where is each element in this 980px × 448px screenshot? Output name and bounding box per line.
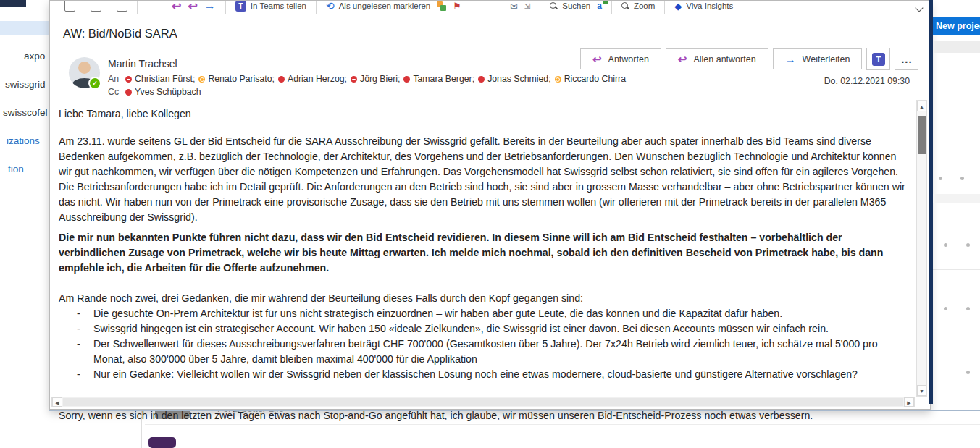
scroll-left-button[interactable]: ◀	[52, 397, 62, 407]
sidebar: axposwissgridswisscofelizationstion	[0, 42, 49, 183]
more-actions-button[interactable]: ...	[895, 48, 918, 70]
recipient-name[interactable]: Christian Fürst;	[135, 74, 195, 84]
background-dot	[944, 243, 947, 247]
translate-icon[interactable]: a	[597, 1, 602, 11]
mark-unread-icon: ⟲	[326, 1, 335, 12]
email-body: Liebe Tamara, liebe Kollegen Am 23.11. w…	[59, 106, 908, 423]
scroll-up-button[interactable]: ▲	[917, 101, 926, 111]
viva-insights-button[interactable]: ◆ Viva Insights	[674, 1, 733, 12]
more-icon: ...	[901, 56, 913, 63]
scroll-down-button[interactable]: ▼	[917, 385, 926, 396]
greeting: Liebe Tamara, liebe Kollegen	[59, 106, 908, 122]
sender-name[interactable]: Martin Trachsel	[108, 58, 177, 69]
reply-icon[interactable]: ↩	[172, 1, 181, 13]
background-row-line	[933, 324, 980, 324]
recipient-name[interactable]: Tamara Berger;	[413, 74, 474, 84]
forward-button[interactable]: → Weiterleiten	[773, 48, 863, 69]
share-to-teams-button[interactable]: T In Teams teilen	[235, 1, 306, 12]
mark-unread-button[interactable]: ⟲ Als ungelesen markieren	[326, 1, 430, 12]
divider	[540, 1, 540, 14]
dialog-launcher-icon[interactable]: ⇲	[524, 2, 530, 10]
background-row-separator	[933, 194, 980, 203]
paragraph: Am 23.11. wurde seitens GL der Bid Entsc…	[59, 134, 908, 225]
background-row-line	[933, 269, 980, 270]
popup-bottom-shadow	[49, 410, 980, 411]
divider	[137, 1, 138, 14]
recipient-name[interactable]: Jonas Schmied;	[487, 74, 551, 84]
sidebar-item[interactable]: swissgrid	[0, 70, 49, 98]
horizontal-scroll-thumb[interactable]	[63, 398, 903, 406]
recipient[interactable]: Jonas Schmied;	[477, 74, 551, 84]
reply-all-icon[interactable]: ↩	[188, 1, 197, 13]
message-date: Do. 02.12.2021 09:30	[824, 76, 910, 86]
sidebar-item[interactable]: tion	[0, 155, 49, 183]
zoom-button[interactable]: Zoom	[621, 1, 655, 10]
bullet-text: Der Schwellenwert für dieses Ausschreibu…	[93, 337, 908, 367]
recipient-name[interactable]: Riccardo Chirra	[564, 74, 626, 84]
sidebar-item[interactable]: izations	[0, 127, 49, 155]
vertical-scrollbar[interactable]: ▲ ▼	[916, 100, 927, 397]
sidebar-selected-row[interactable]	[0, 21, 49, 35]
delete-icon[interactable]	[64, 1, 75, 12]
background-panel-edge	[929, 0, 933, 404]
cc-label: Cc	[108, 87, 124, 97]
recipient[interactable]: Adrian Herzog;	[277, 74, 347, 84]
bullet-marker: -	[77, 337, 93, 367]
archive-icon[interactable]	[91, 1, 101, 12]
sender-avatar[interactable]: ✓	[69, 57, 100, 88]
background-dot	[960, 177, 964, 180]
recipient-name[interactable]: Adrian Herzog;	[288, 74, 347, 84]
reply-all-label: Allen antworten	[693, 54, 755, 64]
bullet-list: -Die gesuchte On-Prem Architektur ist fü…	[77, 306, 908, 382]
zoom-label: Zoom	[634, 1, 655, 10]
ribbon-collapse-chevron-icon[interactable]	[916, 5, 923, 12]
bullet-marker: -	[77, 367, 93, 382]
bullet-item: -Der Schwellenwert für dieses Ausschreib…	[77, 337, 908, 367]
screen: axposwissgridswisscofelizationstion New …	[0, 0, 980, 448]
new-project-button[interactable]: New project	[930, 17, 980, 35]
background-row-divider	[145, 424, 980, 425]
reply-label: Antworten	[608, 54, 649, 64]
move-icon[interactable]	[117, 1, 127, 12]
categorize-icon[interactable]	[437, 1, 446, 11]
reply-icon: ↩	[592, 53, 602, 66]
scroll-right-button[interactable]: ▶	[904, 397, 914, 407]
horizontal-scrollbar[interactable]: ◀ ▶	[51, 397, 915, 407]
sidebar-item[interactable]: swisscofel	[0, 98, 49, 127]
background-dot	[944, 307, 947, 310]
vertical-scroll-thumb[interactable]	[918, 116, 926, 154]
search-button[interactable]: Suchen	[550, 1, 590, 10]
reply-all-icon: ↩	[678, 53, 687, 66]
divider	[611, 1, 612, 14]
mail-icon[interactable]: ✉	[510, 1, 518, 12]
sidebar-item[interactable]: axpo	[0, 42, 49, 70]
recipient[interactable]: Yves Schüpbach	[124, 87, 201, 97]
recipient-name[interactable]: Renato Parisato;	[208, 74, 275, 84]
reply-button[interactable]: ↩ Antworten	[580, 48, 661, 69]
email-subject: AW: Bid/NoBid SARA	[63, 27, 177, 41]
share-to-teams-button[interactable]: T	[866, 48, 890, 70]
recipient[interactable]: Riccardo Chirra	[553, 74, 626, 84]
viva-insights-label: Viva Insights	[686, 1, 733, 10]
background-table-header	[933, 41, 980, 53]
teams-icon: T	[235, 1, 246, 12]
follow-up-flag-icon[interactable]: ⚑	[453, 1, 461, 12]
search-icon	[550, 2, 558, 10]
recipient[interactable]: Tamara Berger;	[402, 74, 474, 84]
to-recipients-row: AnChristian Fürst;Renato Parisato;Adrian…	[108, 74, 628, 84]
forward-icon[interactable]: →	[204, 1, 216, 12]
reply-all-button[interactable]: ↩ Allen antworten	[666, 48, 768, 69]
recipient-name[interactable]: Yves Schüpbach	[135, 87, 201, 97]
presence-dnd-icon	[125, 76, 132, 83]
cc-recipients-row: CcYves Schüpbach	[108, 87, 204, 97]
divider	[225, 1, 226, 14]
recipient[interactable]: Renato Parisato;	[197, 74, 275, 84]
recipient[interactable]: Jörg Bieri;	[349, 74, 400, 84]
bullet-item: -Die gesuchte On-Prem Architektur ist fü…	[77, 306, 908, 321]
message-actions: ↩ Antworten ↩ Allen antworten → Weiterle…	[580, 48, 918, 70]
recipient[interactable]: Christian Fürst;	[124, 74, 195, 84]
background-row-line	[933, 379, 980, 379]
recipient-name[interactable]: Jörg Bieri;	[360, 74, 400, 84]
to-label: An	[108, 74, 124, 84]
paragraph: Am Rande noch zwei, drei Gedanken, die m…	[59, 291, 908, 306]
